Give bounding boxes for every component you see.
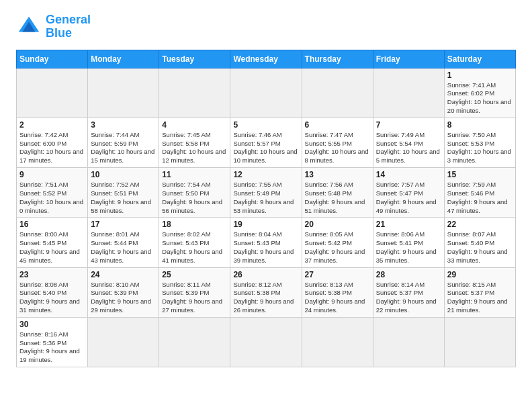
day-cell-19: 19Sunrise: 8:04 AMSunset: 5:43 PMDayligh… [230, 218, 302, 267]
empty-cell [230, 68, 302, 118]
day-cell-11: 11Sunrise: 7:54 AMSunset: 5:50 PMDayligh… [159, 168, 230, 218]
header-thursday: Thursday [302, 50, 373, 68]
day-cell-16: 16Sunrise: 8:00 AMSunset: 5:45 PMDayligh… [17, 218, 88, 267]
weekday-header-row: Sunday Monday Tuesday Wednesday Thursday… [17, 50, 516, 68]
header: General Blue [16, 13, 516, 40]
header-monday: Monday [88, 50, 159, 68]
day-cell-22: 22Sunrise: 8:07 AMSunset: 5:40 PMDayligh… [444, 218, 515, 267]
day-cell-28: 28Sunrise: 8:14 AMSunset: 5:37 PMDayligh… [373, 267, 444, 317]
logo-general: General [46, 13, 91, 26]
logo-blue: Blue [46, 26, 72, 40]
day-cell-29: 29Sunrise: 8:15 AMSunset: 5:37 PMDayligh… [444, 267, 515, 317]
day-cell-30: 30Sunrise: 8:16 AMSunset: 5:36 PMDayligh… [17, 317, 88, 367]
day-cell-15: 15Sunrise: 7:59 AMSunset: 5:46 PMDayligh… [444, 168, 515, 218]
day-cell-1: 1Sunrise: 7:41 AMSunset: 6:02 PMDaylight… [444, 68, 515, 118]
day-cell-17: 17Sunrise: 8:01 AMSunset: 5:44 PMDayligh… [88, 218, 159, 267]
day-cell-4: 4Sunrise: 7:45 AMSunset: 5:58 PMDaylight… [159, 118, 230, 167]
empty-cell [88, 68, 159, 118]
header-friday: Friday [373, 50, 444, 68]
day-cell-14: 14Sunrise: 7:57 AMSunset: 5:47 PMDayligh… [373, 168, 444, 218]
empty-cell [444, 317, 515, 367]
day-cell-2: 2Sunrise: 7:42 AMSunset: 6:00 PMDaylight… [17, 118, 88, 167]
empty-cell [88, 317, 159, 367]
header-saturday: Saturday [444, 50, 515, 68]
calendar-row: 1Sunrise: 7:41 AMSunset: 6:02 PMDaylight… [17, 68, 516, 118]
empty-cell [159, 68, 230, 118]
header-sunday: Sunday [17, 50, 88, 68]
day-cell-10: 10Sunrise: 7:52 AMSunset: 5:51 PMDayligh… [88, 168, 159, 218]
calendar: Sunday Monday Tuesday Wednesday Thursday… [16, 50, 516, 368]
logo-text: General Blue [46, 13, 91, 40]
day-cell-21: 21Sunrise: 8:06 AMSunset: 5:41 PMDayligh… [373, 218, 444, 267]
empty-cell [230, 317, 302, 367]
calendar-row: 30Sunrise: 8:16 AMSunset: 5:36 PMDayligh… [17, 317, 516, 367]
page: General Blue Sunday Monday Tuesday Wedne… [0, 0, 532, 378]
empty-cell [159, 317, 230, 367]
empty-cell [17, 68, 88, 118]
header-wednesday: Wednesday [230, 50, 302, 68]
empty-cell [302, 68, 373, 118]
day-cell-26: 26Sunrise: 8:12 AMSunset: 5:38 PMDayligh… [230, 267, 302, 317]
day-cell-20: 20Sunrise: 8:05 AMSunset: 5:42 PMDayligh… [302, 218, 373, 267]
day-cell-6: 6Sunrise: 7:47 AMSunset: 5:55 PMDaylight… [302, 118, 373, 167]
day-cell-24: 24Sunrise: 8:10 AMSunset: 5:39 PMDayligh… [88, 267, 159, 317]
calendar-row: 2Sunrise: 7:42 AMSunset: 6:00 PMDaylight… [17, 118, 516, 167]
day-cell-23: 23Sunrise: 8:08 AMSunset: 5:40 PMDayligh… [17, 267, 88, 317]
day-cell-25: 25Sunrise: 8:11 AMSunset: 5:39 PMDayligh… [159, 267, 230, 317]
day-cell-7: 7Sunrise: 7:49 AMSunset: 5:54 PMDaylight… [373, 118, 444, 167]
day-cell-12: 12Sunrise: 7:55 AMSunset: 5:49 PMDayligh… [230, 168, 302, 218]
day-cell-18: 18Sunrise: 8:02 AMSunset: 5:43 PMDayligh… [159, 218, 230, 267]
calendar-row: 16Sunrise: 8:00 AMSunset: 5:45 PMDayligh… [17, 218, 516, 267]
day-cell-3: 3Sunrise: 7:44 AMSunset: 5:59 PMDaylight… [88, 118, 159, 167]
empty-cell [302, 317, 373, 367]
day-cell-5: 5Sunrise: 7:46 AMSunset: 5:57 PMDaylight… [230, 118, 302, 167]
calendar-row: 9Sunrise: 7:51 AMSunset: 5:52 PMDaylight… [17, 168, 516, 218]
header-tuesday: Tuesday [159, 50, 230, 68]
empty-cell [373, 317, 444, 367]
day-cell-9: 9Sunrise: 7:51 AMSunset: 5:52 PMDaylight… [17, 168, 88, 218]
calendar-row: 23Sunrise: 8:08 AMSunset: 5:40 PMDayligh… [17, 267, 516, 317]
logo-icon [16, 14, 42, 40]
empty-cell [373, 68, 444, 118]
day-cell-27: 27Sunrise: 8:13 AMSunset: 5:38 PMDayligh… [302, 267, 373, 317]
logo: General Blue [16, 13, 91, 40]
day-cell-8: 8Sunrise: 7:50 AMSunset: 5:53 PMDaylight… [444, 118, 515, 167]
day-cell-13: 13Sunrise: 7:56 AMSunset: 5:48 PMDayligh… [302, 168, 373, 218]
